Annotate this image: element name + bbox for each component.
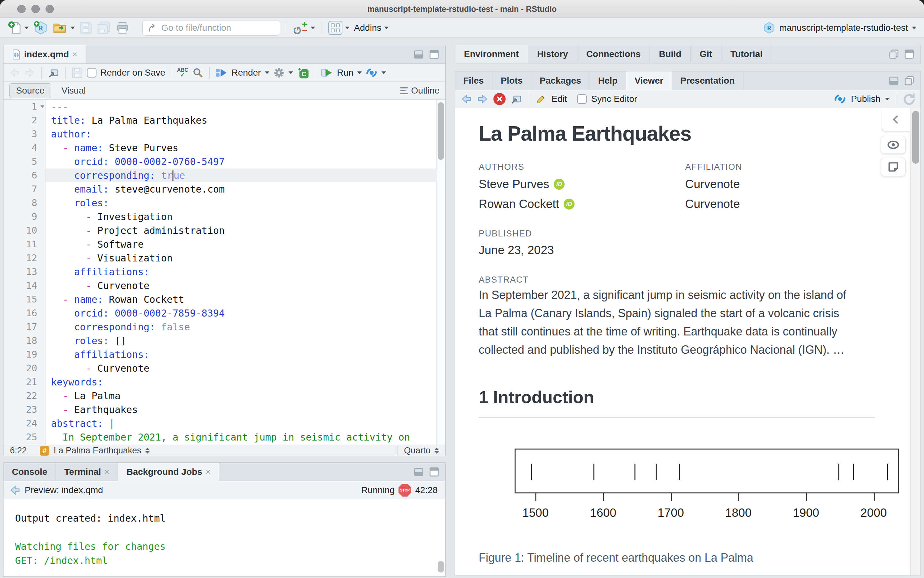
- clear-viewer-button[interactable]: [493, 93, 506, 105]
- code-row[interactable]: 21keywords:: [3, 375, 437, 389]
- source-rerun-icon[interactable]: [366, 67, 378, 79]
- tab-help[interactable]: Help: [590, 71, 626, 90]
- project-menu[interactable]: R manuscript-template-rstudio-test: [763, 21, 916, 34]
- code-row[interactable]: 18 roles: []: [3, 334, 437, 347]
- code-row[interactable]: 25 In September 2021, a significant jump…: [3, 430, 437, 444]
- save-file-icon[interactable]: [72, 67, 83, 78]
- console-output[interactable]: Output created: index.htmlWatching files…: [3, 499, 445, 576]
- editor-scrollbar[interactable]: [436, 100, 445, 446]
- code-row[interactable]: 7 email: steve@curvenote.com: [3, 182, 437, 196]
- code-row[interactable]: 10 - Project administration: [3, 224, 437, 237]
- tab-console[interactable]: Console: [3, 463, 56, 481]
- code-row[interactable]: 16 orcid: 0000-0002-7859-8394: [3, 306, 437, 320]
- orcid-icon[interactable]: iD: [564, 199, 574, 209]
- minimize-pane-icon[interactable]: [413, 49, 424, 60]
- tab-connections[interactable]: Connections: [578, 45, 650, 63]
- code-row[interactable]: 24abstract: |: [3, 417, 437, 430]
- section-spinner-icon[interactable]: [145, 448, 150, 454]
- workspace-panes-button[interactable]: [328, 21, 350, 35]
- tab-plots[interactable]: Plots: [493, 71, 531, 90]
- outline-toggle[interactable]: Outline: [400, 86, 439, 96]
- preview-eye-button[interactable]: [881, 136, 906, 154]
- print-icon[interactable]: [116, 21, 130, 35]
- code-lines[interactable]: 1---2title: La Palma Earthquakes3author:…: [3, 100, 437, 446]
- restore-pane-icon[interactable]: [888, 49, 899, 60]
- fold-arrow-icon[interactable]: [41, 106, 44, 108]
- tab-presentation[interactable]: Presentation: [672, 71, 743, 90]
- back-icon[interactable]: [460, 93, 472, 105]
- code-row[interactable]: 2title: La Palma Earthquakes: [3, 114, 437, 127]
- editor-scrollbar-thumb[interactable]: [438, 102, 444, 160]
- close-tab-icon[interactable]: ×: [72, 49, 77, 60]
- console-scrollbar-thumb[interactable]: [438, 561, 444, 573]
- minimize-pane-icon[interactable]: [888, 75, 899, 86]
- code-row[interactable]: 3author:: [3, 127, 437, 141]
- code-row[interactable]: 19 affiliations:: [3, 347, 437, 361]
- tab-terminal[interactable]: Terminal×: [56, 463, 118, 481]
- code-row[interactable]: 5 orcid: 0000-0002-0760-5497: [3, 155, 437, 169]
- close-tab-icon[interactable]: ×: [104, 467, 109, 477]
- tab-history[interactable]: History: [528, 45, 577, 63]
- render-button[interactable]: Render: [231, 68, 261, 78]
- source-caret-icon[interactable]: [382, 71, 386, 74]
- orcid-icon[interactable]: iD: [554, 179, 564, 190]
- tab-background-jobs[interactable]: Background Jobs×: [118, 463, 219, 481]
- insert-chunk-icon[interactable]: C: [297, 67, 309, 79]
- code-row[interactable]: 12 - Visualization: [3, 251, 437, 265]
- code-row[interactable]: 1---: [3, 100, 437, 114]
- run-button[interactable]: Run: [337, 68, 353, 78]
- tab-packages[interactable]: Packages: [531, 71, 590, 90]
- code-row[interactable]: 22 - La Palma: [3, 389, 437, 403]
- publish-caret-icon[interactable]: [885, 98, 889, 100]
- minimize-console-icon[interactable]: [413, 466, 424, 477]
- render-on-save-checkbox[interactable]: [87, 68, 96, 78]
- version-control-button[interactable]: G+−: [293, 21, 315, 35]
- code-row[interactable]: 11 - Software: [3, 237, 437, 251]
- maximize-pane-icon[interactable]: [904, 49, 915, 60]
- forward-icon[interactable]: [24, 67, 36, 78]
- render-caret-icon[interactable]: [265, 71, 269, 74]
- back-icon[interactable]: [9, 67, 20, 78]
- section-selector[interactable]: La Palma Earthquakes: [54, 446, 142, 456]
- code-row[interactable]: 15 - name: Rowan Cockett: [3, 292, 437, 306]
- tab-files[interactable]: Files: [455, 71, 493, 90]
- stop-job-button[interactable]: STOP: [399, 484, 412, 497]
- edit-button[interactable]: Edit: [551, 94, 567, 104]
- maximize-pane-icon[interactable]: [429, 49, 439, 60]
- tab-build[interactable]: Build: [650, 45, 691, 63]
- code-row[interactable]: 6 corresponding: true: [3, 169, 437, 182]
- back-icon[interactable]: [9, 484, 21, 496]
- search-icon[interactable]: [192, 67, 203, 78]
- code-row[interactable]: 17 corresponding: false: [3, 320, 437, 334]
- save-all-button[interactable]: [97, 21, 111, 35]
- editor-tab-index-qmd[interactable]: index.qmd ×: [3, 45, 86, 63]
- gear-caret-icon[interactable]: [288, 71, 293, 74]
- viewer-scrollbar[interactable]: [910, 108, 921, 575]
- code-row[interactable]: 23 - Earthquakes: [3, 403, 437, 417]
- maximize-console-icon[interactable]: [429, 466, 439, 477]
- popout-window-icon[interactable]: [47, 67, 60, 78]
- collapse-panel-button[interactable]: [882, 108, 910, 132]
- popout-window-icon[interactable]: [510, 93, 522, 105]
- goto-file-input[interactable]: Go to file/function: [142, 20, 280, 36]
- publish-button[interactable]: Publish: [851, 94, 880, 104]
- restore-pane-icon[interactable]: [904, 75, 915, 86]
- code-row[interactable]: 8 roles:: [3, 196, 437, 210]
- tab-environment[interactable]: Environment: [455, 45, 528, 63]
- code-row[interactable]: 20 - Curvenote: [3, 361, 437, 375]
- author-name[interactable]: Steve PurvesiD: [479, 177, 564, 191]
- new-project-button[interactable]: R: [33, 21, 48, 35]
- run-caret-icon[interactable]: [357, 71, 362, 74]
- open-file-button[interactable]: [52, 21, 75, 35]
- viewer-scrollbar-thumb[interactable]: [912, 111, 919, 164]
- author-name[interactable]: Rowan CockettiD: [479, 197, 574, 211]
- spellcheck-icon[interactable]: ABC ✓: [177, 68, 188, 78]
- code-row[interactable]: 9 - Investigation: [3, 210, 437, 224]
- code-row[interactable]: 14 - Curvenote: [3, 279, 437, 292]
- new-file-button[interactable]: [8, 21, 29, 35]
- addins-menu[interactable]: Addins: [354, 23, 389, 33]
- forward-icon[interactable]: [477, 93, 489, 105]
- source-mode-button[interactable]: Source: [9, 83, 51, 98]
- gear-icon[interactable]: [273, 67, 285, 78]
- code-row[interactable]: 4 - name: Steve Purves: [3, 141, 437, 155]
